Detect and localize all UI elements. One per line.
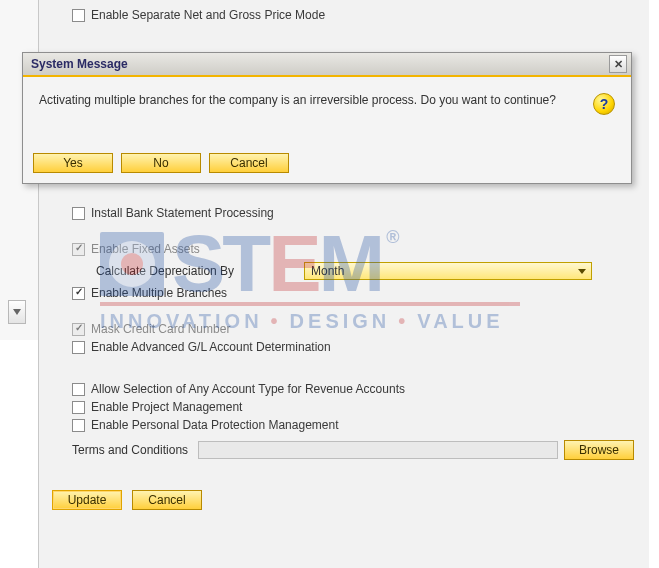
label-proj-mgmt: Enable Project Management (91, 400, 242, 414)
dialog-cancel-button-label: Cancel (230, 156, 267, 170)
close-icon[interactable]: ✕ (609, 55, 627, 73)
input-terms-path (198, 441, 558, 459)
footer-buttons: Update Cancel (52, 490, 202, 510)
row-net-gross: Enable Separate Net and Gross Price Mode (52, 6, 635, 24)
checkbox-mask-cc (72, 323, 85, 336)
dialog-cancel-button[interactable]: Cancel (209, 153, 289, 173)
checkbox-bank-stmt[interactable] (72, 207, 85, 220)
label-mask-cc: Mask Credit Card Number (91, 322, 230, 336)
scroll-down-icon[interactable] (8, 300, 26, 324)
label-adv-gl: Enable Advanced G/L Account Determinatio… (91, 340, 331, 354)
checkbox-multi-branches[interactable] (72, 287, 85, 300)
row-pdpm: Enable Personal Data Protection Manageme… (52, 416, 635, 434)
yes-button-label: Yes (63, 156, 83, 170)
row-terms: Terms and Conditions Browse (52, 434, 635, 466)
row-fixed-assets: Enable Fixed Assets (52, 240, 635, 258)
browse-button-label: Browse (579, 443, 619, 457)
row-mask-cc: Mask Credit Card Number (52, 320, 635, 338)
no-button-label: No (153, 156, 168, 170)
cancel-button-label: Cancel (148, 493, 185, 507)
label-fixed-assets: Enable Fixed Assets (91, 242, 200, 256)
browse-button[interactable]: Browse (564, 440, 634, 460)
label-pdpm: Enable Personal Data Protection Manageme… (91, 418, 338, 432)
dialog-titlebar: System Message ✕ (23, 53, 631, 77)
checkbox-net-gross[interactable] (72, 9, 85, 22)
dialog-message: Activating multiple branches for the com… (39, 91, 581, 139)
cancel-button[interactable]: Cancel (132, 490, 202, 510)
row-bank-stmt: Install Bank Statement Processing (52, 204, 635, 222)
label-multi-branches: Enable Multiple Branches (91, 286, 227, 300)
update-button-label: Update (68, 493, 107, 507)
no-button[interactable]: No (121, 153, 201, 173)
row-acct-type: Allow Selection of Any Account Type for … (52, 380, 635, 398)
dropdown-depreciation-value: Month (311, 264, 344, 278)
label-net-gross: Enable Separate Net and Gross Price Mode (91, 8, 325, 22)
update-button[interactable]: Update (52, 490, 122, 510)
checkbox-proj-mgmt[interactable] (72, 401, 85, 414)
row-multi-branches: Enable Multiple Branches (52, 284, 635, 302)
system-message-dialog: System Message ✕ Activating multiple bra… (22, 52, 632, 184)
dialog-buttons: Yes No Cancel (23, 147, 631, 183)
question-icon: ? (593, 93, 615, 115)
yes-button[interactable]: Yes (33, 153, 113, 173)
dropdown-depreciation[interactable]: Month (304, 262, 592, 280)
checkbox-fixed-assets (72, 243, 85, 256)
row-adv-gl: Enable Advanced G/L Account Determinatio… (52, 338, 635, 356)
label-depreciation: Calculate Depreciation By (96, 264, 296, 278)
label-terms: Terms and Conditions (72, 443, 192, 457)
checkbox-adv-gl[interactable] (72, 341, 85, 354)
dialog-title: System Message (31, 57, 128, 71)
label-acct-type: Allow Selection of Any Account Type for … (91, 382, 405, 396)
checkbox-pdpm[interactable] (72, 419, 85, 432)
row-depreciation: Calculate Depreciation By Month (52, 258, 635, 284)
checkbox-acct-type[interactable] (72, 383, 85, 396)
chevron-down-icon (575, 264, 589, 278)
row-proj-mgmt: Enable Project Management (52, 398, 635, 416)
label-bank-stmt: Install Bank Statement Processing (91, 206, 274, 220)
